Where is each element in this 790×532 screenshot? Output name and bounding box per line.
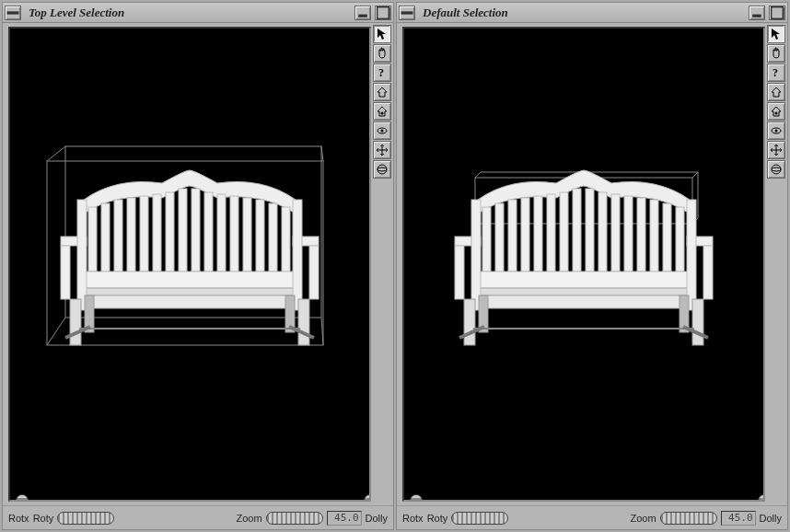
svg-rect-49 xyxy=(772,6,784,18)
pan-tool[interactable] xyxy=(767,141,785,159)
roty-thumbwheel[interactable] xyxy=(57,512,114,525)
svg-rect-66 xyxy=(611,194,620,272)
rotx-label: Rotx xyxy=(402,513,424,524)
zoom-readout: 45.0 xyxy=(327,511,362,526)
rotx-label: Rotx xyxy=(8,513,29,524)
svg-text:?: ? xyxy=(378,66,384,79)
svg-rect-33 xyxy=(293,200,302,310)
svg-rect-30 xyxy=(77,200,87,310)
arrow-tool[interactable] xyxy=(767,25,785,43)
svg-rect-77 xyxy=(471,200,481,310)
maximize-button[interactable] xyxy=(769,6,785,20)
svg-rect-35 xyxy=(298,299,309,345)
svg-rect-22 xyxy=(256,200,264,272)
svg-rect-70 xyxy=(663,203,671,272)
svg-rect-19 xyxy=(217,194,226,272)
svg-line-51 xyxy=(475,172,481,178)
minimize-button[interactable] xyxy=(749,6,765,20)
titlebar[interactable]: Default Selection xyxy=(397,3,787,23)
arrow-tool[interactable] xyxy=(373,25,391,43)
svg-rect-27 xyxy=(84,295,296,308)
panel-body: ? xyxy=(397,23,787,505)
panel-body: ? xyxy=(3,23,393,505)
svg-point-42 xyxy=(381,112,384,115)
svg-rect-9 xyxy=(88,207,97,272)
svg-rect-32 xyxy=(309,246,319,299)
svg-rect-64 xyxy=(586,189,594,272)
bottom-controls: Rotx Roty Zoom 45.0 Dolly xyxy=(397,505,787,529)
help-tool[interactable]: ? xyxy=(373,64,391,82)
roty-thumbwheel[interactable] xyxy=(451,512,508,525)
svg-rect-21 xyxy=(243,198,251,272)
svg-rect-65 xyxy=(598,192,607,272)
help-tool[interactable]: ? xyxy=(767,64,785,82)
window-menu-button[interactable] xyxy=(5,6,21,20)
svg-rect-60 xyxy=(534,196,542,272)
svg-rect-2 xyxy=(378,6,389,18)
svg-line-52 xyxy=(692,172,698,178)
svg-rect-23 xyxy=(269,203,277,272)
bottom-controls: Rotx Roty Zoom 45.0 Dolly xyxy=(3,505,393,529)
home-tool[interactable] xyxy=(373,83,391,101)
svg-point-91 xyxy=(775,130,778,133)
hand-tool[interactable] xyxy=(373,44,391,63)
svg-rect-25 xyxy=(79,272,300,288)
hand-tool[interactable] xyxy=(767,44,785,63)
view-all-tool[interactable] xyxy=(767,121,785,140)
tool-palette: ? xyxy=(765,23,787,505)
svg-rect-20 xyxy=(230,196,238,272)
svg-rect-82 xyxy=(692,299,703,345)
svg-rect-26 xyxy=(81,288,298,295)
minimize-button[interactable] xyxy=(354,6,371,20)
svg-rect-81 xyxy=(464,299,475,345)
svg-rect-48 xyxy=(752,14,761,17)
svg-point-93 xyxy=(772,168,781,171)
viewport-3d[interactable] xyxy=(8,27,371,502)
svg-rect-59 xyxy=(521,198,529,272)
svg-point-45 xyxy=(378,165,387,174)
home-tool[interactable] xyxy=(767,83,785,101)
svg-point-89 xyxy=(775,112,778,115)
svg-rect-18 xyxy=(204,192,213,272)
svg-rect-79 xyxy=(703,246,713,299)
svg-rect-16 xyxy=(179,189,187,272)
svg-rect-29 xyxy=(61,246,70,299)
tumble-tool[interactable] xyxy=(767,160,785,179)
set-home-tool[interactable] xyxy=(373,102,391,121)
scene-bench-with-bbox xyxy=(33,145,346,384)
svg-point-92 xyxy=(772,165,781,174)
svg-rect-61 xyxy=(547,194,555,272)
zoom-readout: 45.0 xyxy=(721,511,756,526)
svg-rect-67 xyxy=(624,196,633,272)
zoom-label: Zoom xyxy=(236,513,261,524)
svg-rect-24 xyxy=(282,207,290,272)
svg-rect-15 xyxy=(166,192,174,272)
svg-rect-58 xyxy=(508,200,517,272)
tumble-tool[interactable] xyxy=(373,160,391,179)
svg-text:?: ? xyxy=(773,66,778,79)
svg-rect-13 xyxy=(140,196,148,272)
pan-tool[interactable] xyxy=(373,141,391,159)
set-home-tool[interactable] xyxy=(767,102,785,121)
svg-rect-0 xyxy=(7,11,19,14)
svg-rect-57 xyxy=(495,203,504,272)
titlebar[interactable]: Top Level Selection xyxy=(3,3,393,23)
svg-rect-74 xyxy=(478,295,690,308)
svg-rect-10 xyxy=(101,203,110,272)
svg-rect-14 xyxy=(153,194,161,272)
svg-rect-80 xyxy=(687,200,696,310)
zoom-thumbwheel[interactable] xyxy=(266,512,323,525)
viewer-panel-right: Default Selection xyxy=(396,2,788,530)
svg-rect-34 xyxy=(70,299,81,345)
svg-rect-63 xyxy=(573,189,581,272)
viewport-3d[interactable] xyxy=(402,27,765,502)
svg-line-5 xyxy=(47,146,65,161)
maximize-button[interactable] xyxy=(375,6,391,20)
svg-rect-1 xyxy=(358,14,367,17)
roty-label: Roty xyxy=(33,513,54,524)
window-menu-button[interactable] xyxy=(399,6,415,20)
svg-rect-73 xyxy=(475,288,692,295)
zoom-thumbwheel[interactable] xyxy=(660,512,717,525)
svg-rect-56 xyxy=(482,207,491,272)
view-all-tool[interactable] xyxy=(373,121,391,140)
